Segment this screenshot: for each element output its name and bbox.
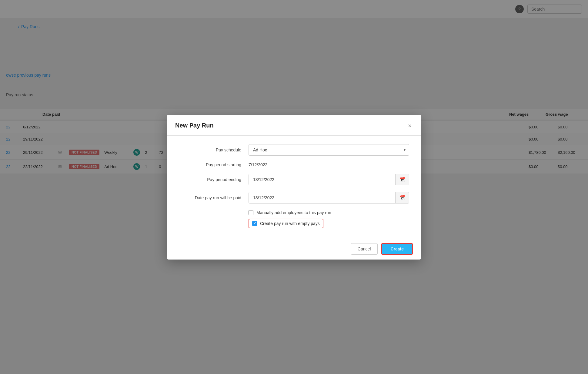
create-empty-pays-checkbox[interactable]	[252, 221, 257, 226]
pay-schedule-label: Pay schedule	[179, 147, 249, 152]
date-pay-run-paid-calendar-button[interactable]: 📅	[395, 192, 409, 203]
modal-footer: Cancel Create	[167, 238, 421, 260]
pay-period-starting-label: Pay period starting	[179, 162, 249, 167]
modal-header: New Pay Run ×	[167, 115, 421, 136]
create-button[interactable]: Create	[381, 243, 413, 255]
new-pay-run-modal: New Pay Run × Pay schedule Ad Hoc ▾	[167, 115, 421, 260]
pay-period-ending-input-wrapper: 📅	[249, 174, 409, 185]
manually-add-employees-checkbox[interactable]	[249, 210, 253, 215]
pay-schedule-select-wrapper: Ad Hoc ▾	[249, 144, 409, 156]
create-empty-pays-wrapper: Create pay run with empty pays	[249, 219, 323, 228]
manually-add-employees-label: Manually add employees to this pay run	[256, 210, 331, 215]
date-pay-run-paid-label: Date pay run will be paid	[179, 195, 249, 200]
modal-title: New Pay Run	[175, 122, 214, 129]
pay-period-ending-input[interactable]	[249, 174, 395, 185]
create-empty-pays-highlighted-row: Create pay run with empty pays	[179, 219, 409, 228]
pay-schedule-row: Pay schedule Ad Hoc ▾	[179, 144, 409, 156]
modal-overlay: New Pay Run × Pay schedule Ad Hoc ▾	[0, 0, 588, 374]
date-pay-run-paid-input[interactable]	[249, 192, 395, 203]
modal-body: Pay schedule Ad Hoc ▾ Pay period startin…	[167, 136, 421, 238]
pay-schedule-select[interactable]: Ad Hoc	[249, 144, 409, 156]
date-pay-run-paid-input-wrapper: 📅	[249, 192, 409, 204]
pay-period-starting-value: 7/12/2022	[249, 159, 267, 170]
pay-period-ending-row: Pay period ending 📅	[179, 174, 409, 185]
date-pay-run-paid-control: 📅	[249, 192, 409, 204]
pay-period-ending-label: Pay period ending	[179, 177, 249, 182]
pay-period-starting-row: Pay period starting 7/12/2022	[179, 162, 409, 167]
pay-schedule-control: Ad Hoc ▾	[249, 144, 409, 156]
date-pay-run-paid-row: Date pay run will be paid 📅	[179, 192, 409, 204]
modal-close-button[interactable]: ×	[407, 121, 413, 130]
pay-period-starting-control: 7/12/2022	[249, 162, 409, 167]
create-empty-pays-label: Create pay run with empty pays	[260, 221, 320, 226]
manually-add-employees-row: Manually add employees to this pay run	[179, 210, 409, 215]
calendar-icon: 📅	[399, 177, 405, 182]
cancel-button[interactable]: Cancel	[351, 243, 378, 255]
pay-period-ending-control: 📅	[249, 174, 409, 185]
calendar-icon: 📅	[399, 195, 405, 200]
pay-period-ending-calendar-button[interactable]: 📅	[395, 174, 409, 185]
